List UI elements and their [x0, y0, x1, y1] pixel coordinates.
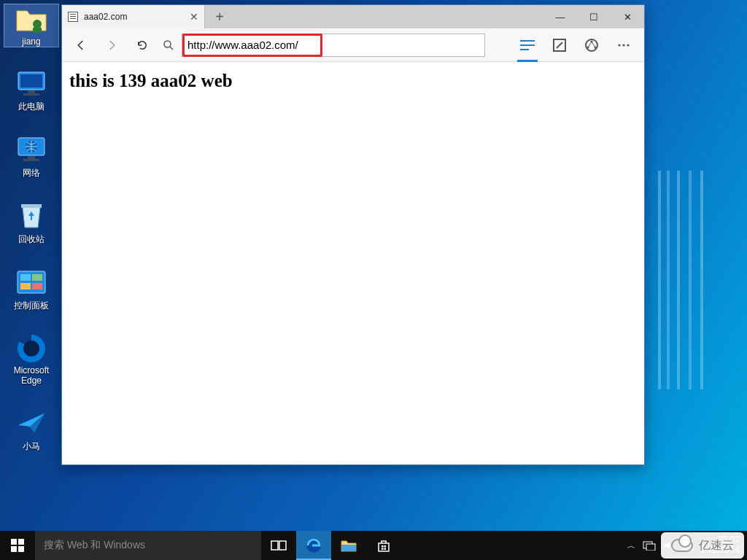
svg-rect-3 [20, 74, 42, 88]
icon-label: 控制面板 [14, 300, 49, 312]
maximize-button[interactable]: ☐ [577, 5, 611, 28]
start-button[interactable] [0, 531, 35, 560]
page-heading: this is 139 aaa02 web [69, 71, 637, 91]
close-tab-icon[interactable]: ✕ [190, 11, 198, 23]
recycle-bin-icon[interactable]: 回收站 [4, 201, 58, 246]
bin-icon [15, 201, 48, 230]
page-content: this is 139 aaa02 web [62, 62, 644, 464]
web-note-button[interactable] [545, 31, 574, 60]
monitor-icon [15, 69, 48, 98]
desktop-icons: jiang 此电脑 网络 回收站 控制面板 [4, 4, 58, 453]
network-icon[interactable]: 网络 [4, 135, 58, 179]
svg-point-23 [622, 44, 624, 46]
svg-rect-12 [20, 274, 31, 281]
svg-rect-30 [384, 545, 387, 548]
search-placeholder: 搜索 Web 和 Windows [44, 539, 145, 552]
window-controls: — ☐ ✕ [543, 5, 644, 28]
svg-rect-26 [279, 541, 286, 550]
svg-rect-13 [32, 274, 42, 281]
taskbar-explorer[interactable] [331, 531, 366, 560]
new-tab-button[interactable]: + [205, 5, 234, 28]
svg-rect-14 [20, 283, 31, 289]
reading-lines-icon [519, 39, 535, 52]
taskbar-edge[interactable] [296, 531, 331, 560]
svg-rect-31 [382, 548, 384, 551]
task-view-icon [271, 539, 287, 552]
svg-rect-8 [28, 156, 35, 159]
svg-rect-1 [33, 27, 42, 33]
windows-icon [11, 539, 24, 552]
icon-label: jiang [22, 36, 40, 47]
svg-rect-15 [32, 283, 42, 289]
browser-toolbar [62, 28, 644, 62]
svg-rect-28 [341, 545, 356, 551]
address-highlight [182, 34, 322, 57]
share-icon [584, 37, 600, 53]
watermark: 亿速云 [661, 532, 744, 559]
svg-point-16 [164, 41, 171, 47]
address-bar[interactable] [182, 34, 485, 57]
network-tray-icon[interactable] [643, 540, 656, 551]
refresh-button[interactable] [129, 32, 155, 58]
close-window-button[interactable]: ✕ [611, 5, 644, 28]
icon-label: 小马 [23, 440, 40, 453]
edge-icon [15, 334, 48, 363]
icon-label: 回收站 [18, 233, 44, 246]
svg-point-22 [618, 44, 620, 46]
xiaoma-icon[interactable]: 小马 [4, 408, 58, 453]
svg-rect-34 [646, 544, 655, 551]
back-button[interactable] [68, 32, 94, 58]
reading-view-button[interactable] [513, 31, 542, 60]
svg-rect-9 [23, 159, 39, 161]
icon-label: Microsoft Edge [4, 366, 58, 386]
paperplane-icon [15, 408, 48, 438]
icon-label: 网络 [23, 167, 40, 179]
desktop: jiang 此电脑 网络 回收站 控制面板 [0, 0, 747, 560]
refresh-icon [136, 39, 149, 52]
svg-point-24 [627, 44, 629, 46]
ellipsis-icon [616, 38, 631, 52]
tab-bar: aaa02.com ✕ + — ☐ ✕ [62, 5, 644, 28]
folder-taskbar-icon [340, 538, 357, 553]
note-icon [552, 38, 567, 52]
user-folder-icon[interactable]: jiang [4, 4, 58, 47]
edge-taskbar-icon [305, 537, 322, 554]
this-pc-icon[interactable]: 此电脑 [4, 69, 58, 113]
svg-rect-32 [384, 548, 387, 551]
task-view-button[interactable] [261, 531, 296, 560]
watermark-text: 亿速云 [699, 538, 734, 553]
taskbar: 搜索 Web 和 Windows ︿ 22:02 2020/1/14 [0, 531, 747, 560]
tab-title: aaa02.com [84, 12, 127, 22]
store-icon [376, 537, 392, 553]
arrow-left-icon [74, 39, 88, 52]
search-icon [160, 39, 177, 52]
page-icon [68, 12, 78, 22]
tray-chevron-up-icon[interactable]: ︿ [627, 540, 635, 551]
url-input[interactable] [187, 39, 317, 51]
toolbar-right [513, 31, 638, 60]
folder-icon [15, 4, 48, 34]
browser-tab[interactable]: aaa02.com ✕ [62, 5, 205, 28]
control-panel-glyph-icon [15, 268, 48, 297]
svg-rect-29 [382, 545, 384, 548]
wallpaper-rays [652, 171, 747, 389]
taskbar-store[interactable] [366, 531, 401, 560]
arrow-right-icon [105, 39, 118, 52]
svg-rect-10 [21, 204, 42, 208]
control-panel-icon[interactable]: 控制面板 [4, 268, 58, 312]
svg-rect-4 [28, 90, 35, 93]
share-button[interactable] [577, 31, 606, 60]
svg-rect-5 [23, 93, 39, 96]
taskbar-search[interactable]: 搜索 Web 和 Windows [35, 531, 261, 560]
cloud-icon [671, 539, 693, 552]
forward-button[interactable] [98, 32, 125, 58]
svg-rect-25 [271, 541, 278, 550]
edge-desktop-icon[interactable]: Microsoft Edge [4, 334, 58, 386]
minimize-button[interactable]: — [543, 5, 577, 28]
browser-window: aaa02.com ✕ + — ☐ ✕ [61, 4, 645, 465]
more-button[interactable] [609, 31, 638, 60]
network-monitor-icon [15, 135, 48, 164]
icon-label: 此电脑 [18, 101, 44, 113]
